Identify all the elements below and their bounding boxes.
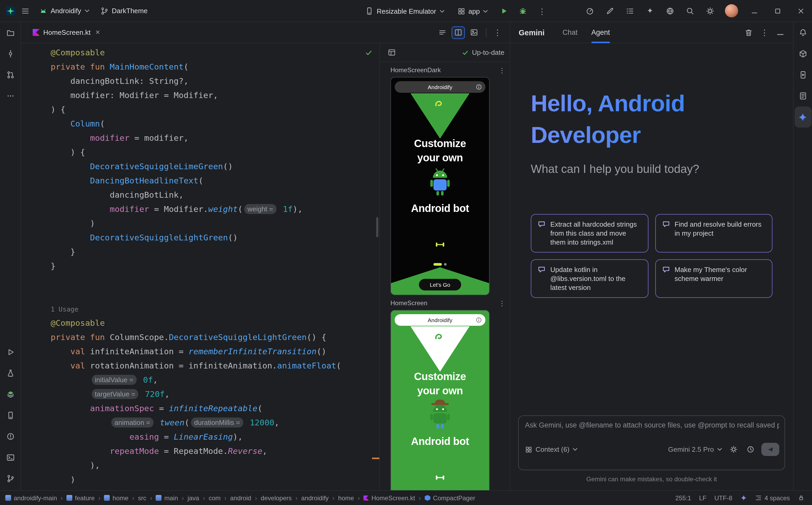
gemini-prompt-input[interactable] bbox=[525, 421, 779, 429]
task-list-icon bbox=[626, 7, 634, 15]
window-maximize-button[interactable] bbox=[767, 0, 789, 22]
readonly-toggle[interactable] bbox=[798, 494, 805, 501]
suggestion-card[interactable]: Update kotlin in @libs.version.toml to t… bbox=[531, 260, 648, 298]
split-view-toggle[interactable] bbox=[452, 26, 465, 39]
version-control-tool-button[interactable] bbox=[2, 468, 19, 489]
chevron-down-icon bbox=[717, 448, 722, 451]
todo-list-button[interactable] bbox=[620, 3, 640, 18]
gemini-status-button[interactable] bbox=[740, 494, 747, 501]
clear-chat-button[interactable] bbox=[741, 25, 756, 40]
ai-actions-button[interactable] bbox=[641, 3, 660, 18]
send-button[interactable] bbox=[761, 443, 779, 456]
breadcrumb-item[interactable]: androidify-main bbox=[5, 494, 57, 502]
run-configuration-selector[interactable]: app bbox=[453, 5, 492, 17]
debug-button[interactable] bbox=[516, 4, 531, 18]
breadcrumb-item[interactable]: java bbox=[188, 494, 199, 502]
breadcrumb-item[interactable]: HomeScreen.kt bbox=[363, 494, 415, 502]
gradle-tool-button[interactable] bbox=[794, 43, 811, 64]
breadcrumb-item[interactable]: main bbox=[156, 494, 178, 502]
caret-position[interactable]: 255:1 bbox=[675, 494, 691, 502]
context-label: Context (6) bbox=[536, 446, 570, 453]
window-close-button[interactable] bbox=[790, 0, 812, 22]
settings-button[interactable] bbox=[701, 3, 720, 18]
tab-chat[interactable]: Chat bbox=[562, 22, 577, 43]
preview-scroll-area[interactable]: HomeScreenDark ⋮ Androidify Customiz bbox=[380, 62, 510, 490]
context-selector[interactable]: Context (6) bbox=[525, 446, 578, 453]
more-tool-windows-button[interactable] bbox=[2, 86, 19, 107]
breadcrumb-item[interactable]: androidify bbox=[301, 494, 329, 502]
preview-options-button[interactable]: ⋮ bbox=[498, 300, 505, 307]
build-tool-button[interactable] bbox=[2, 384, 19, 405]
preview-sync-status[interactable]: Up-to-date bbox=[461, 48, 504, 56]
preview-homescreen-light[interactable]: Androidify Customizeyour own bbox=[390, 310, 490, 490]
window-minimize-button[interactable] bbox=[743, 0, 766, 22]
trash-icon bbox=[744, 28, 753, 37]
context-grid-icon bbox=[525, 446, 533, 453]
run-tool-button[interactable] bbox=[2, 342, 19, 363]
project-tool-button[interactable] bbox=[2, 22, 19, 43]
gemini-tool-button[interactable] bbox=[794, 107, 811, 128]
send-icon bbox=[767, 446, 774, 453]
indent-setting[interactable]: 4 spaces bbox=[755, 494, 790, 502]
gemini-prompt-box[interactable]: Context (6) Gemini 2.5 Pro bbox=[518, 415, 785, 470]
breadcrumb-item[interactable]: feature bbox=[67, 494, 95, 502]
android-studio-window: Androidify DarkTheme Resizable Emulator … bbox=[0, 0, 812, 505]
suggestion-card[interactable]: Find and resolve build errors in my proj… bbox=[655, 214, 773, 252]
code-view-toggle[interactable] bbox=[436, 26, 449, 39]
project-selector[interactable]: Androidify bbox=[35, 4, 94, 17]
ask-gemini-button[interactable] bbox=[600, 3, 619, 18]
preview-options-button[interactable]: ⋮ bbox=[498, 67, 505, 73]
suggestion-card[interactable]: Extract all hardcoded strings from this … bbox=[531, 214, 648, 252]
device-streaming-button[interactable] bbox=[661, 3, 680, 18]
editor-tab[interactable]: HomeScreen.kt ✕ bbox=[29, 22, 103, 43]
close-tab-icon[interactable]: ✕ bbox=[95, 29, 100, 36]
branch-selector[interactable]: DarkTheme bbox=[96, 4, 152, 17]
breadcrumb-item[interactable]: developers bbox=[261, 494, 292, 502]
editor-scrollbar[interactable] bbox=[376, 217, 378, 237]
history-button[interactable] bbox=[744, 444, 756, 455]
device-selector[interactable]: Resizable Emulator bbox=[361, 5, 449, 17]
editor-options-button[interactable]: ⋮ bbox=[492, 26, 503, 39]
more-actions-button[interactable]: ⋮ bbox=[535, 4, 550, 18]
model-selector[interactable]: Gemini 2.5 Pro bbox=[668, 446, 722, 453]
breadcrumb-item[interactable]: home bbox=[338, 494, 354, 502]
line-ending[interactable]: LF bbox=[699, 494, 706, 502]
panel-options-button[interactable]: ⋮ bbox=[757, 25, 772, 40]
preview-name[interactable]: HomeScreenDark bbox=[390, 66, 441, 74]
hide-panel-button[interactable] bbox=[773, 25, 788, 40]
run-button[interactable] bbox=[497, 4, 511, 18]
split-view-icon bbox=[454, 28, 462, 36]
breadcrumb-item[interactable]: android bbox=[230, 494, 251, 502]
notifications-button[interactable] bbox=[794, 22, 811, 43]
avatar[interactable] bbox=[725, 4, 738, 17]
device-manager-tool-button[interactable] bbox=[2, 405, 19, 426]
breadcrumb-item[interactable]: com bbox=[209, 494, 221, 502]
tab-agent[interactable]: Agent bbox=[591, 22, 610, 43]
inspections-ok-icon[interactable] bbox=[365, 48, 373, 57]
breadcrumb-separator: › bbox=[98, 494, 101, 502]
terminal-tool-button[interactable] bbox=[2, 447, 19, 468]
running-devices-button[interactable] bbox=[794, 64, 811, 86]
pull-requests-tool-button[interactable] bbox=[2, 64, 19, 86]
commit-tool-button[interactable] bbox=[2, 43, 19, 64]
file-encoding[interactable]: UTF-8 bbox=[714, 494, 732, 502]
breadcrumb-item[interactable]: home bbox=[104, 494, 128, 502]
preview-layout-button[interactable] bbox=[385, 46, 398, 59]
logcat-tool-button[interactable] bbox=[794, 86, 811, 107]
preview-homescreen-dark[interactable]: Androidify Customizeyour own bbox=[390, 77, 490, 295]
lets-go-button[interactable]: Let's Go bbox=[419, 279, 461, 291]
phone-play-icon bbox=[799, 70, 807, 79]
services-tool-button[interactable] bbox=[2, 363, 19, 384]
problems-tool-button[interactable] bbox=[2, 426, 19, 447]
breadcrumb-item[interactable]: CompactPager bbox=[425, 494, 475, 502]
breadcrumb-separator: › bbox=[132, 494, 134, 502]
breadcrumb-item[interactable]: src bbox=[138, 494, 146, 502]
search-everywhere-button[interactable] bbox=[681, 3, 700, 18]
prompt-settings-button[interactable] bbox=[727, 444, 739, 455]
suggestion-card[interactable]: Make my Theme's color scheme warmer bbox=[655, 260, 773, 298]
code-editor[interactable]: @Composableprivate fun MainHomeContent( … bbox=[21, 43, 379, 490]
profiler-button[interactable] bbox=[580, 3, 599, 18]
main-menu-button[interactable] bbox=[18, 3, 33, 18]
preview-name[interactable]: HomeScreen bbox=[390, 299, 427, 307]
design-view-toggle[interactable] bbox=[467, 26, 481, 39]
